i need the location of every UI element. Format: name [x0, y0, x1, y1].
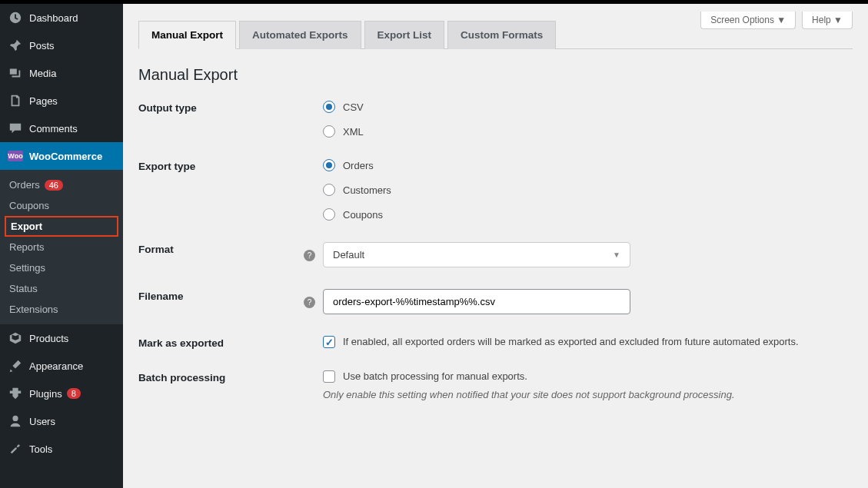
plugin-icon — [8, 386, 23, 401]
export-type-customers[interactable]: Customers — [323, 184, 853, 196]
batch-note: Only enable this setting when notified t… — [323, 389, 853, 400]
chevron-down-icon: ▼ — [613, 251, 620, 259]
submenu-item-extensions[interactable]: Extensions — [0, 299, 123, 320]
dashboard-icon — [8, 10, 23, 25]
sidebar-item-plugins[interactable]: Plugins 8 — [0, 380, 123, 407]
output-type-label: Output type — [138, 101, 304, 114]
export-type-orders[interactable]: Orders — [323, 159, 853, 171]
sidebar-label: Products — [29, 333, 68, 344]
tab-export-list[interactable]: Export List — [364, 21, 445, 49]
sidebar-item-media[interactable]: Media — [0, 59, 123, 87]
mark-exported-label: Mark as exported — [138, 336, 304, 349]
screen-meta: Screen Options ▼ Help ▼ — [700, 12, 853, 29]
sidebar-label: Media — [29, 68, 56, 79]
output-type-xml[interactable]: XML — [323, 125, 853, 138]
brush-icon — [8, 358, 23, 373]
submenu-item-export[interactable]: Export — [5, 216, 118, 237]
sidebar-label: Dashboard — [29, 12, 78, 24]
submenu-item-orders[interactable]: Orders 46 — [0, 174, 123, 195]
radio-icon — [323, 184, 335, 196]
media-icon — [8, 65, 23, 81]
sidebar-label: Plugins — [29, 388, 62, 400]
radio-icon — [323, 101, 335, 113]
submenu-item-coupons[interactable]: Coupons — [0, 195, 123, 216]
tab-automated-exports[interactable]: Automated Exports — [239, 21, 361, 49]
admin-sidebar: Dashboard Posts Media Pages Comments Woo… — [0, 4, 123, 488]
export-type-coupons[interactable]: Coupons — [323, 208, 853, 221]
mark-exported-desc: If enabled, all exported orders will be … — [343, 336, 799, 347]
woocommerce-submenu: Orders 46 Coupons Export Reports Setting… — [0, 170, 123, 324]
comment-icon — [8, 121, 23, 136]
sidebar-label: Tools — [29, 443, 52, 455]
sidebar-item-tools[interactable]: Tools — [0, 435, 123, 463]
help-icon[interactable]: ? — [304, 250, 315, 261]
submenu-item-status[interactable]: Status — [0, 278, 123, 299]
sidebar-item-posts[interactable]: Posts — [0, 32, 123, 59]
sidebar-item-pages[interactable]: Pages — [0, 87, 123, 115]
sidebar-item-woocommerce[interactable]: Woo WooCommerce — [0, 142, 123, 170]
plugins-count-badge: 8 — [67, 388, 81, 399]
filename-label: Filename — [138, 289, 304, 302]
batch-checkbox[interactable] — [323, 370, 335, 383]
sidebar-item-users[interactable]: Users — [0, 407, 123, 435]
user-icon — [8, 413, 23, 429]
page-heading: Manual Export — [138, 66, 853, 84]
sidebar-label: Pages — [29, 95, 58, 107]
format-label: Format — [138, 242, 304, 255]
sidebar-item-appearance[interactable]: Appearance — [0, 352, 123, 380]
filename-input[interactable] — [323, 289, 630, 314]
batch-label: Batch processing — [138, 370, 304, 383]
wrench-icon — [8, 441, 23, 456]
help-icon[interactable]: ? — [304, 297, 315, 308]
batch-desc: Use batch processing for manual exports. — [343, 370, 527, 382]
page-icon — [8, 93, 23, 108]
radio-icon — [323, 125, 335, 138]
sidebar-item-products[interactable]: Products — [0, 324, 123, 352]
sidebar-label: Users — [29, 416, 55, 427]
help-button[interactable]: Help ▼ — [802, 12, 853, 29]
screen-options-button[interactable]: Screen Options ▼ — [700, 12, 796, 29]
output-type-csv[interactable]: CSV — [323, 101, 853, 113]
sidebar-label: Comments — [29, 123, 78, 134]
submenu-item-reports[interactable]: Reports — [0, 237, 123, 257]
woocommerce-icon: Woo — [8, 148, 23, 164]
format-select[interactable]: Default ▼ — [323, 242, 630, 267]
sidebar-item-dashboard[interactable]: Dashboard — [0, 4, 123, 32]
radio-icon — [323, 208, 335, 221]
tab-custom-formats[interactable]: Custom Formats — [447, 21, 556, 49]
export-type-label: Export type — [138, 159, 304, 172]
main-content: Screen Options ▼ Help ▼ Manual Export Au… — [123, 4, 868, 488]
orders-count-badge: 46 — [45, 180, 63, 191]
mark-exported-checkbox[interactable] — [323, 336, 335, 348]
products-icon — [8, 330, 23, 346]
radio-icon — [323, 159, 335, 171]
sidebar-item-comments[interactable]: Comments — [0, 115, 123, 142]
sidebar-label: Posts — [29, 40, 55, 51]
sidebar-label: WooCommerce — [29, 151, 102, 162]
sidebar-label: Appearance — [29, 360, 83, 372]
pin-icon — [8, 38, 23, 53]
tab-manual-export[interactable]: Manual Export — [138, 21, 236, 49]
submenu-item-settings[interactable]: Settings — [0, 257, 123, 278]
